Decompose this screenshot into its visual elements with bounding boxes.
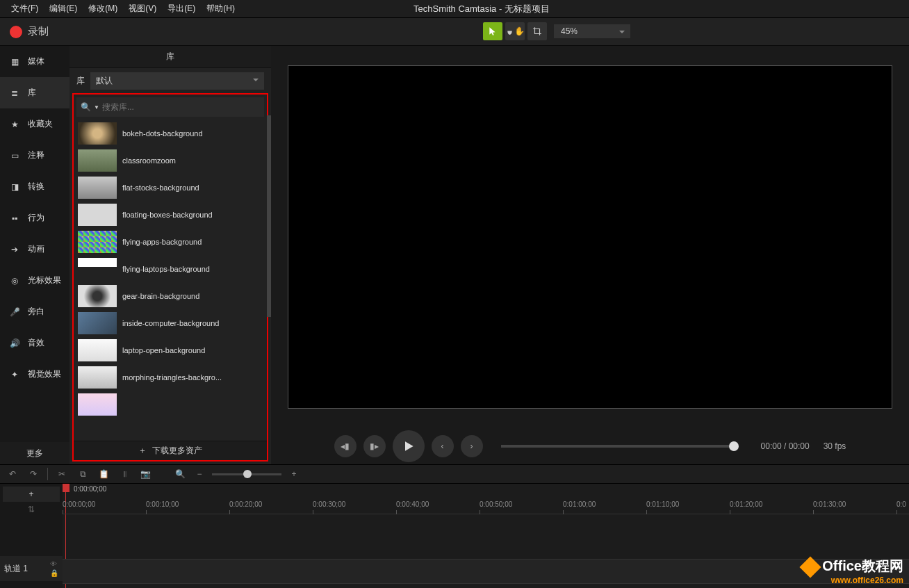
redo-button[interactable]: ↷	[26, 467, 40, 481]
preview-area: ◂▮ ▮▸ ‹ › 00:00 / 00:00 30 fps	[271, 46, 909, 464]
sidebar-item-favorites[interactable]: ★ 收藏夹	[0, 108, 69, 140]
sidebar-item-transitions[interactable]: ◨ 转换	[0, 171, 69, 202]
fps-display[interactable]: 30 fps	[824, 441, 846, 451]
library-item[interactable]: flying-laptops-background	[74, 255, 267, 282]
zoom-select[interactable]: 45%	[554, 24, 630, 38]
animation-icon: ➔	[8, 243, 21, 256]
sidebar-item-annotations[interactable]: ▭ 注释	[0, 140, 69, 171]
thumbnail	[78, 339, 117, 361]
timeline: + ⇅ 轨道 1 👁 🔒 0:00:00;00 0:00:00;000:00:1…	[0, 484, 909, 588]
ruler-tick: 0:00:40;00	[396, 500, 429, 508]
thumbnail	[78, 393, 117, 416]
record-button[interactable]: 录制	[0, 25, 58, 38]
menu-edit[interactable]: 编辑(E)	[44, 0, 83, 17]
sidebar-item-audio[interactable]: 🔊 音效	[0, 327, 69, 359]
library-item[interactable]: classroomzoom	[74, 147, 267, 174]
copy-button[interactable]: ⧉	[76, 467, 90, 481]
sidebar-label: 收藏夹	[28, 118, 53, 130]
screenshot-button[interactable]: 📷	[138, 467, 152, 481]
add-track-button[interactable]: +	[3, 487, 60, 502]
menu-help[interactable]: 帮助(H)	[201, 0, 240, 17]
library-item[interactable]: floating-boxes-background	[74, 201, 267, 228]
library-item[interactable]: flat-stocks-background	[74, 174, 267, 201]
timeline-toolbar: ↶ ↷ ✂ ⧉ 📋 ⫴ 📷 🔍 − +	[0, 464, 909, 484]
thumbnail	[78, 122, 117, 145]
zoom-out-button[interactable]: −	[193, 467, 206, 481]
zoom-fit-button[interactable]: 🔍	[173, 467, 187, 481]
menu-modify[interactable]: 修改(M)	[83, 0, 123, 17]
library-item[interactable]: flying-apps-background	[74, 228, 267, 255]
preview-canvas[interactable]	[288, 65, 892, 409]
menu-export[interactable]: 导出(E)	[162, 0, 201, 17]
ruler-tick: 0:00:10;00	[146, 500, 179, 508]
sidebar-item-visual[interactable]: ✦ 视觉效果	[0, 359, 69, 390]
panel-scrollbar[interactable]	[267, 115, 271, 317]
main-area: ▦ 媒体 ≣ 库 ★ 收藏夹 ▭ 注释 ◨ 转换 ▪▪ 行为 ➔ 动画 ◎ 光标	[0, 46, 909, 464]
prev-marker-button[interactable]: ‹	[432, 435, 454, 457]
library-item[interactable]	[74, 391, 267, 418]
sidebar-item-animations[interactable]: ➔ 动画	[0, 234, 69, 265]
library-item-name: inside-computer-background	[122, 319, 219, 327]
library-item[interactable]: morphing-triangles-backgro...	[74, 364, 267, 391]
transition-icon: ◨	[8, 181, 21, 193]
library-item[interactable]: bokeh-dots-background	[74, 120, 267, 147]
ruler-tick: 0:01:20;00	[730, 500, 762, 508]
undo-button[interactable]: ↶	[6, 467, 19, 481]
library-item-name: flying-apps-background	[122, 238, 202, 246]
library-icon: ≣	[8, 87, 21, 99]
library-select[interactable]: 默认	[90, 72, 264, 90]
timeline-left: + ⇅ 轨道 1 👁 🔒	[0, 484, 63, 588]
ruler-tick: 0:01:00;00	[563, 500, 596, 508]
crop-tool[interactable]	[527, 22, 547, 40]
search-input[interactable]	[102, 102, 260, 112]
playhead-time: 0:00:00;00	[74, 485, 106, 493]
pan-tool[interactable]: ✋	[505, 22, 525, 40]
pointer-tool[interactable]	[483, 22, 502, 40]
prev-frame-button[interactable]: ◂▮	[334, 435, 357, 457]
sidebar: ▦ 媒体 ≣ 库 ★ 收藏夹 ▭ 注释 ◨ 转换 ▪▪ 行为 ➔ 动画 ◎ 光标	[0, 46, 69, 464]
ruler-tick: 0:00:00;00	[63, 500, 95, 508]
library-item[interactable]: gear-brain-background	[74, 282, 267, 309]
paste-button[interactable]: 📋	[97, 467, 110, 481]
chevron-down-icon[interactable]: ▼	[94, 104, 99, 111]
library-item-name: flat-stocks-background	[122, 183, 199, 192]
sidebar-item-behaviors[interactable]: ▪▪ 行为	[0, 202, 69, 234]
thumbnail	[78, 285, 117, 307]
sidebar-item-library[interactable]: ≣ 库	[0, 77, 69, 108]
seek-bar[interactable]	[501, 445, 737, 448]
sidebar-label: 视觉效果	[28, 368, 61, 380]
lock-icon[interactable]: 🔒	[50, 569, 58, 577]
track-1-area[interactable]	[63, 559, 909, 584]
timeline-tracks[interactable]: 0:00:00;00 0:00:00;000:00:10;000:00:20;0…	[63, 484, 909, 588]
zoom-slider-knob[interactable]	[243, 470, 252, 478]
play-button[interactable]	[393, 430, 425, 462]
library-item-name: laptop-open-background	[122, 346, 205, 354]
collapse-button[interactable]: ⇅	[0, 505, 63, 514]
sidebar-more[interactable]: 更多	[0, 442, 69, 464]
eye-icon[interactable]: 👁	[50, 560, 58, 568]
library-item[interactable]: inside-computer-background	[74, 309, 267, 336]
sidebar-label: 行为	[28, 212, 44, 224]
split-button[interactable]: ⫴	[117, 467, 131, 481]
annotation-icon: ▭	[8, 149, 21, 162]
zoom-in-button[interactable]: +	[287, 467, 301, 481]
download-more[interactable]: ＋ 下载更多资产	[74, 441, 267, 460]
sidebar-item-voice[interactable]: 🎤 旁白	[0, 296, 69, 327]
menu-view[interactable]: 视图(V)	[123, 0, 162, 17]
wand-icon: ✦	[8, 368, 21, 381]
timeline-ruler[interactable]: 0:00:00;000:00:10;000:00:20;000:00:30;00…	[63, 500, 909, 514]
timeline-zoom-slider[interactable]	[212, 473, 281, 475]
menu-file[interactable]: 文件(F)	[6, 0, 44, 17]
cut-button[interactable]: ✂	[55, 467, 69, 481]
thumbnail	[78, 231, 117, 253]
thumbnail	[78, 149, 117, 172]
record-icon	[10, 26, 22, 38]
seek-knob[interactable]	[729, 441, 739, 451]
sidebar-label: 转换	[28, 181, 44, 193]
sidebar-item-cursor[interactable]: ◎ 光标效果	[0, 265, 69, 296]
next-marker-button[interactable]: ›	[461, 435, 483, 457]
track-header[interactable]: 轨道 1 👁 🔒	[0, 556, 63, 581]
sidebar-item-media[interactable]: ▦ 媒体	[0, 46, 69, 77]
next-frame-button[interactable]: ▮▸	[363, 435, 386, 457]
library-item[interactable]: laptop-open-background	[74, 336, 267, 364]
